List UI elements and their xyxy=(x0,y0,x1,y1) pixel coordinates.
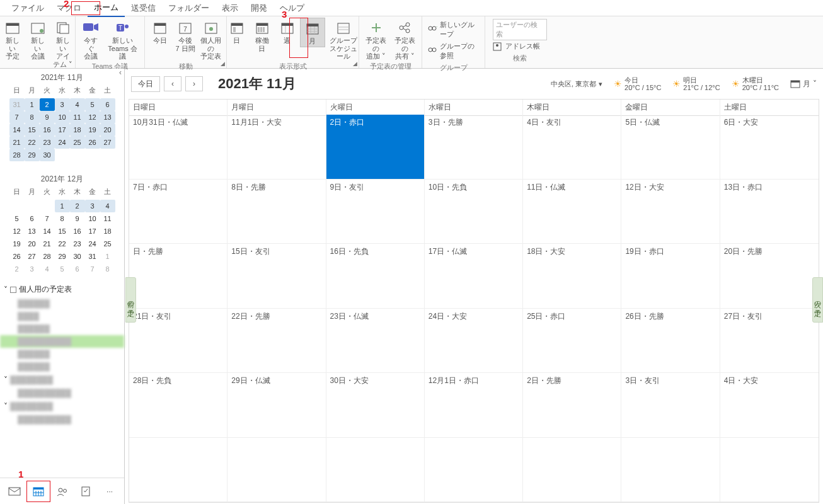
calendar-folder-item[interactable]: ██████████ xyxy=(0,387,124,399)
calendar-day-cell[interactable]: 12日・大安 xyxy=(621,180,720,244)
mini-day[interactable]: 6 xyxy=(100,98,115,111)
more-nav-button[interactable]: ··· xyxy=(98,481,122,502)
calendar-day-cell[interactable]: 29日・仏滅 xyxy=(227,373,326,438)
mini-day[interactable]: 30 xyxy=(70,250,85,263)
mini-day[interactable]: 12 xyxy=(85,111,100,123)
mini-day[interactable]: 16 xyxy=(40,123,55,136)
new-items-button[interactable]: 新しい アイテム ˅ xyxy=(50,18,76,70)
mini-day[interactable]: 2 xyxy=(70,200,85,212)
mini-day[interactable]: 23 xyxy=(70,238,85,250)
mini-day[interactable]: 5 xyxy=(9,212,25,225)
mini-day[interactable]: 3 xyxy=(85,200,100,212)
browse-groups-button[interactable]: グループの参照 xyxy=(427,40,480,62)
personal-cal-button[interactable]: 個人用の 予定表 xyxy=(198,18,224,62)
calendar-day-cell[interactable] xyxy=(523,438,621,503)
mini-day[interactable]: 31 xyxy=(85,250,100,263)
schedule-view-button[interactable]: グループ スケジュール xyxy=(325,18,362,62)
mini-day[interactable]: 14 xyxy=(9,123,25,136)
mini-day[interactable]: 18 xyxy=(100,225,115,238)
calendar-day-cell[interactable]: 4日・友引 xyxy=(523,115,621,180)
mini-day[interactable]: 8 xyxy=(55,212,70,225)
mini-day[interactable]: 6 xyxy=(70,263,85,275)
weather-day3[interactable]: ☀︎ 木曜日20°C / 11°C xyxy=(732,76,779,91)
mini-day[interactable]: 10 xyxy=(85,212,100,225)
address-book-button[interactable]: アドレス帳 xyxy=(493,40,547,52)
calendar-day-cell[interactable]: 3日・友引 xyxy=(621,373,720,438)
mini-day[interactable]: 11 xyxy=(100,212,115,225)
calendar-day-cell[interactable]: 4日・大安 xyxy=(720,373,819,438)
mini-day[interactable]: 9 xyxy=(40,111,55,123)
mini-day[interactable]: 25 xyxy=(70,136,85,149)
share-calendar-button[interactable]: 予定表の 共有 ˅ xyxy=(391,18,420,62)
mini-day[interactable]: 4 xyxy=(70,98,85,111)
calendar-day-cell[interactable]: 11日・仏滅 xyxy=(523,180,621,244)
calendar-folder-item[interactable]: ██████ xyxy=(0,360,124,373)
calendar-day-cell[interactable]: 23日・仏滅 xyxy=(326,309,425,374)
mail-nav-button[interactable] xyxy=(3,481,26,502)
mini-day[interactable]: 24 xyxy=(85,238,100,250)
mini-day[interactable]: 29 xyxy=(25,149,40,161)
calendar-day-cell[interactable] xyxy=(621,438,720,503)
calendar-day-cell[interactable]: 25日・赤口 xyxy=(523,309,621,374)
calendar-day-cell[interactable]: 8日・先勝 xyxy=(227,180,326,244)
day-view-button[interactable]: 日 xyxy=(224,18,250,46)
calendar-folder-item[interactable]: ██████ xyxy=(0,297,124,310)
mini-day[interactable]: 29 xyxy=(55,250,70,263)
mini-day[interactable]: 26 xyxy=(9,250,25,263)
view-picker[interactable]: 月 ˅ xyxy=(790,79,817,89)
prev-month-button[interactable]: ‹ xyxy=(164,76,181,91)
calendar-day-cell[interactable]: 20日・先勝 xyxy=(720,244,819,309)
mini-day[interactable]: 6 xyxy=(25,212,40,225)
calendar-day-cell[interactable] xyxy=(425,438,523,503)
calendar-folder-item[interactable]: ██████ xyxy=(0,323,124,335)
mini-day[interactable]: 7 xyxy=(85,263,100,275)
mini-day[interactable]: 3 xyxy=(55,98,70,111)
calendar-group-header[interactable]: ˅████████ xyxy=(0,373,124,387)
new-meeting-button[interactable]: 新しい 会議 xyxy=(25,18,50,62)
menu-dev[interactable]: 開発 xyxy=(245,0,273,16)
collapse-pane-button[interactable]: ‹ xyxy=(119,68,122,77)
mini-day[interactable]: 17 xyxy=(55,123,70,136)
calendar-day-cell[interactable]: 12月1日・赤口 xyxy=(425,373,523,438)
mini-day[interactable]: 1 xyxy=(55,200,70,212)
mini-day[interactable] xyxy=(25,200,40,212)
search-people-input[interactable]: ユーザーの検索 xyxy=(493,19,547,40)
mini-day[interactable]: 20 xyxy=(25,238,40,250)
next-month-button[interactable]: › xyxy=(185,76,203,91)
tasks-nav-button[interactable] xyxy=(74,481,98,502)
new-teams-meeting-button[interactable]: T 新しい Teams 会議 xyxy=(103,18,142,62)
mini-day[interactable]: 14 xyxy=(40,225,55,238)
mini-day[interactable]: 13 xyxy=(25,225,40,238)
mini-day[interactable]: 19 xyxy=(85,123,100,136)
mini-day[interactable]: 30 xyxy=(40,149,55,161)
mini-day[interactable]: 28 xyxy=(9,149,25,161)
calendar-day-cell[interactable]: 27日・友引 xyxy=(720,309,819,374)
mini-day[interactable]: 11 xyxy=(70,111,85,123)
mini-day[interactable]: 22 xyxy=(55,238,70,250)
add-calendar-button[interactable]: 予定表の 追加 ˅ xyxy=(362,18,391,62)
weather-today[interactable]: ☀︎ 今日20°C / 15°C xyxy=(614,76,661,91)
mini-day[interactable]: 4 xyxy=(40,263,55,275)
mini-day[interactable]: 1 xyxy=(100,250,115,263)
calendar-folder-item[interactable]: ██████ xyxy=(0,348,124,360)
mini-day[interactable]: 2 xyxy=(9,263,25,275)
calendar-day-cell[interactable]: 2日・先勝 xyxy=(523,373,621,438)
calendar-day-cell[interactable]: 19日・赤口 xyxy=(621,244,720,309)
calendar-day-cell[interactable]: 22日・先勝 xyxy=(227,309,326,374)
mini-day[interactable]: 5 xyxy=(85,98,100,111)
calendar-day-cell[interactable]: 10月31日・仏滅 xyxy=(129,115,227,180)
calendar-day-cell[interactable]: 7日・赤口 xyxy=(129,180,227,244)
calendar-day-cell[interactable]: 10日・先負 xyxy=(425,180,523,244)
people-nav-button[interactable] xyxy=(50,481,74,502)
calendar-day-cell[interactable] xyxy=(720,438,819,503)
calendar-folder-item[interactable]: ████ xyxy=(0,310,124,323)
calendar-day-cell[interactable]: 28日・先負 xyxy=(129,373,227,438)
menu-help[interactable]: ヘルプ xyxy=(273,0,311,16)
calendar-day-cell[interactable]: 21日・友引 xyxy=(129,309,227,374)
mini-day[interactable]: 18 xyxy=(70,123,85,136)
weather-tomorrow[interactable]: ☀︎ 明日21°C / 12°C xyxy=(672,76,720,91)
goto-today-button[interactable]: 今日 xyxy=(131,76,160,92)
menu-file[interactable]: ファイル xyxy=(5,0,50,16)
next-appointment-tab[interactable]: 次の予定 xyxy=(812,277,823,323)
new-appointment-button[interactable]: 新しい 予定 xyxy=(0,18,25,62)
